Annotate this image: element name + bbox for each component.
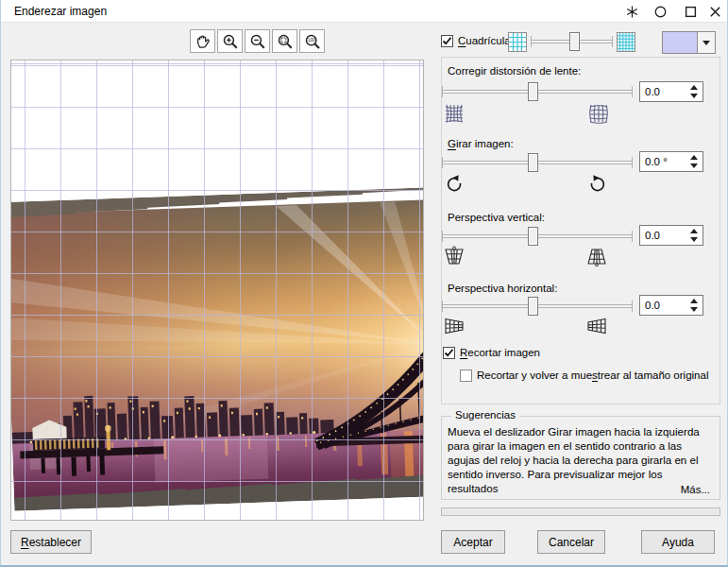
grid-density-slider[interactable]: [531, 31, 613, 52]
spin-up-button[interactable]: [686, 153, 702, 162]
grid-color-dropdown-button[interactable]: [698, 31, 716, 54]
svg-text:100: 100: [307, 38, 314, 43]
circle-icon[interactable]: [652, 4, 669, 20]
rotate-image-slider-thumb[interactable]: [528, 153, 538, 172]
crop-resample-label: Recortar y volver a muestrear al tamaño …: [477, 369, 708, 381]
spin-up-button[interactable]: [686, 227, 702, 235]
tips-title: Sugerencias: [451, 409, 519, 421]
crop-image-label: Recortar imagen: [460, 347, 540, 358]
coarse-grid-icon: [508, 31, 527, 55]
grid-checkbox[interactable]: [441, 35, 453, 47]
perspective-right-wide-icon[interactable]: [585, 316, 608, 338]
progress-bar: [441, 507, 720, 516]
grid-density-slider-thumb[interactable]: [569, 32, 580, 51]
zoom-out-button[interactable]: [245, 29, 270, 53]
photo-sydney-bridge: [10, 187, 424, 511]
horizontal-perspective-spinbox[interactable]: 0.0: [639, 295, 703, 316]
tips-text: Mueva el deslizador Girar imagen hacia l…: [448, 424, 716, 495]
spin-up-button[interactable]: [686, 297, 702, 305]
help-button[interactable]: Ayuda: [641, 530, 715, 554]
barrel-distortion-icon[interactable]: [587, 103, 610, 126]
straighten-image-dialog: Enderezar imagen: [0, 0, 728, 567]
perspective-top-wide-icon[interactable]: [443, 246, 466, 268]
grid-color-swatch[interactable]: [662, 31, 698, 54]
tips-groupbox: Sugerencias Mueva el deslizador Girar im…: [441, 416, 720, 500]
rotate-ccw-icon[interactable]: [443, 174, 466, 198]
hand-icon: [195, 33, 212, 50]
zoom-in-icon: [222, 33, 239, 50]
lens-distortion-label: Corregir distorsión de lente:: [448, 65, 581, 77]
vertical-perspective-label: Perspectiva vertical:: [448, 212, 545, 223]
chevron-down-icon: [703, 41, 710, 45]
pincushion-distortion-icon[interactable]: [443, 103, 466, 126]
zoom-fit-button[interactable]: [272, 29, 297, 53]
cancel-button[interactable]: Cancelar: [537, 530, 605, 554]
vertical-perspective-spinbox[interactable]: 0.0: [639, 225, 703, 246]
fine-grid-icon: [617, 31, 635, 55]
vertical-perspective-value[interactable]: 0.0: [645, 230, 660, 241]
check-icon: [444, 348, 454, 358]
crop-resample-checkbox[interactable]: [460, 369, 472, 382]
dialog-title: Enderezar imagen: [14, 5, 107, 18]
perspective-bottom-wide-icon[interactable]: [585, 246, 608, 268]
close-icon[interactable]: [707, 4, 723, 20]
zoom-fit-icon: [277, 33, 294, 50]
grid-label: Cuadrícula:: [458, 35, 514, 46]
grid-color-picker[interactable]: [662, 31, 716, 54]
check-icon: [442, 36, 452, 46]
horizontal-perspective-label: Perspectiva horizontal:: [448, 283, 557, 294]
vertical-perspective-slider[interactable]: [442, 226, 633, 247]
crop-image-checkbox[interactable]: [443, 347, 455, 359]
reset-button[interactable]: Restablecer: [10, 530, 92, 554]
zoom-in-button[interactable]: [217, 29, 243, 53]
rotate-image-slider[interactable]: [442, 152, 633, 173]
zoom-out-icon: [249, 33, 266, 50]
rotate-image-spinbox[interactable]: 0.0 °: [639, 151, 703, 172]
lens-distortion-value[interactable]: 0.0: [645, 86, 660, 97]
lens-distortion-slider[interactable]: [442, 81, 633, 102]
horizontal-perspective-slider-thumb[interactable]: [528, 297, 538, 316]
titlebar: Enderezar imagen: [1, 0, 727, 23]
zoom-100-icon: 100: [304, 33, 321, 50]
horizontal-perspective-value[interactable]: 0.0: [645, 300, 660, 311]
image-preview-canvas[interactable]: [10, 60, 424, 521]
rotate-image-label: Girar imagen:: [448, 138, 514, 149]
tips-more-link[interactable]: Más...: [681, 484, 710, 495]
lens-distortion-spinbox[interactable]: 0.0: [639, 81, 703, 102]
vertical-perspective-slider-thumb[interactable]: [528, 227, 538, 246]
spin-down-button[interactable]: [686, 162, 702, 170]
zoom-100-button[interactable]: 100: [299, 29, 325, 53]
ok-button[interactable]: Aceptar: [441, 530, 505, 554]
rotate-image-value[interactable]: 0.0 °: [645, 156, 668, 167]
rotate-cw-icon[interactable]: [586, 174, 609, 198]
pan-hand-button[interactable]: [190, 29, 215, 53]
maximize-icon[interactable]: [683, 4, 699, 20]
spin-down-button[interactable]: [686, 92, 702, 100]
perspective-left-wide-icon[interactable]: [443, 316, 466, 338]
snowflake-icon[interactable]: [624, 4, 640, 20]
horizontal-perspective-slider[interactable]: [442, 296, 633, 317]
spin-down-button[interactable]: [686, 305, 702, 314]
lens-distortion-slider-thumb[interactable]: [528, 82, 538, 101]
spin-down-button[interactable]: [686, 235, 702, 244]
spin-up-button[interactable]: [686, 83, 702, 92]
